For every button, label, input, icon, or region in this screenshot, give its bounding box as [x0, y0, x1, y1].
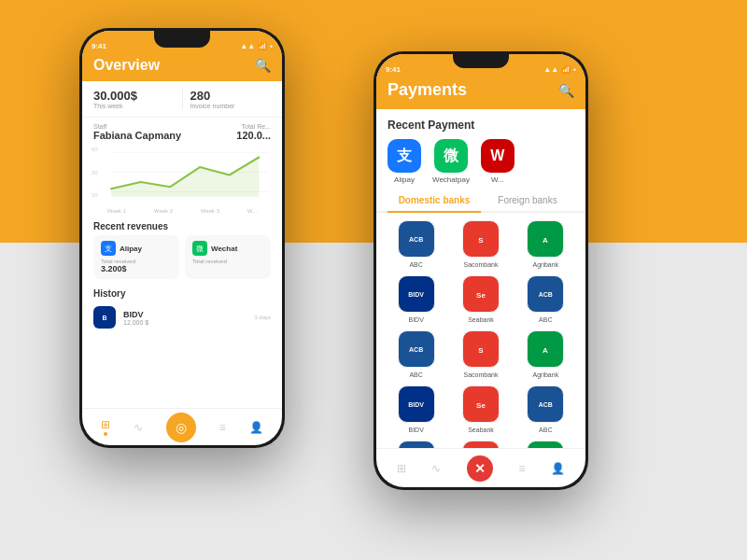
wifi-right: 📶: [561, 65, 571, 74]
agribank-name-2: Agribank: [533, 371, 559, 378]
bank-acb-5[interactable]: ACB ABC: [388, 441, 444, 448]
bank-sacombank-3[interactable]: S Sacombank: [452, 441, 509, 448]
revenue-card-wechat[interactable]: 微 Wechat Total received: [185, 235, 271, 279]
bank-acb-4[interactable]: ACB ABC: [517, 385, 574, 433]
svg-text:S: S: [478, 346, 484, 355]
alipay-value: 3.200$: [101, 264, 172, 273]
header-left: Overview 🔍: [82, 53, 282, 81]
search-icon-left[interactable]: 🔍: [255, 58, 271, 73]
history-item-bidv[interactable]: B BIDV 12.000 $ 3 days: [82, 302, 282, 332]
alipay-pm-icon: 支: [388, 139, 421, 173]
svg-text:A: A: [543, 236, 548, 245]
bank-sacombank-1[interactable]: S Sacombank: [452, 220, 509, 268]
week3-label: Week 3: [201, 208, 219, 214]
bank-acb-3[interactable]: ACB ABC: [388, 330, 444, 378]
payment-wechat[interactable]: 微 Wechatpay: [432, 139, 470, 184]
nav-scan-button[interactable]: ◎: [166, 413, 196, 442]
overview-title: Overview: [93, 57, 160, 74]
payments-title: Payments: [388, 80, 467, 100]
bank-acb-1[interactable]: ACB ABC: [388, 220, 444, 268]
payments-header: Payments 🔍: [376, 77, 585, 109]
tab-domestic[interactable]: Domestic banks: [388, 189, 481, 211]
menu-icon: ≡: [219, 421, 226, 434]
sacombank-name-1: Sacombank: [464, 261, 499, 268]
bank-seabank-2[interactable]: Se Seabank: [452, 385, 509, 433]
bidv-info: BIDV 12.000 $: [123, 310, 247, 326]
revenue-card-alipay[interactable]: 支 Alipay Total received 3.200$: [93, 235, 179, 279]
nav-menu-right[interactable]: ≡: [519, 462, 526, 475]
wechat-name: Wechat: [211, 245, 237, 253]
seabank-logo-1: Se: [462, 275, 500, 313]
payment-other[interactable]: W W...: [481, 139, 514, 184]
bidv-name: BIDV: [123, 310, 247, 319]
seabank-name-2: Seabank: [468, 427, 494, 433]
week2-label: Week 2: [154, 208, 173, 214]
nav-menu[interactable]: ≡: [219, 421, 226, 434]
battery-right: ▪: [573, 65, 576, 74]
menu-icon-right: ≡: [519, 462, 526, 475]
tab-foreign[interactable]: Foreign banks: [481, 189, 574, 211]
bidv-logo-2: BIDV: [398, 385, 435, 423]
nav-profile-right[interactable]: 👤: [551, 462, 565, 475]
wechat-label: Total received: [192, 259, 263, 264]
bank-sacombank-2[interactable]: S Sacombank: [452, 330, 509, 378]
staff-name: Fabiana Capmany: [93, 130, 181, 141]
agribank-logo-3: A: [527, 441, 564, 448]
bidv-name-1: BIDV: [408, 316, 423, 323]
bank-agribank-2[interactable]: A Agribank: [517, 330, 574, 378]
week1-label: Week 1: [107, 208, 126, 214]
nav-stats-right[interactable]: ∿: [431, 462, 441, 475]
phone-right: 9:41 ▲▲ 📶 ▪ Payments 🔍 Recent Payment 支 …: [374, 51, 588, 490]
svg-text:A: A: [543, 346, 548, 355]
sacombank-logo-2: S: [462, 330, 500, 368]
agribank-name-1: Agribank: [533, 261, 559, 268]
chart-area: 60 30 10 Week 1 Week 2 Wee: [82, 143, 282, 217]
bank-agribank-3[interactable]: A Agribank: [517, 441, 574, 448]
bidv-name-2: BIDV: [408, 427, 423, 433]
scan-icon: ◎: [176, 420, 187, 435]
acb-name-1: ABC: [409, 261, 422, 268]
staff-label: Staff: [93, 123, 181, 130]
nav-home[interactable]: ⊞: [101, 418, 110, 436]
alipay-name: Alipay: [120, 245, 142, 253]
battery-left: ▪: [270, 42, 273, 50]
bank-grid: ACB ABC S Sacombank A Agribank BIDV BIDV: [376, 220, 585, 448]
close-button[interactable]: ✕: [467, 455, 493, 482]
week4-label: W...: [247, 208, 257, 214]
acb-name-4: ABC: [539, 427, 552, 433]
bottom-nav-left: ⊞ ∿ ◎ ≡ 👤: [82, 408, 282, 445]
y-label-10: 10: [92, 192, 98, 198]
notch-right: [453, 54, 509, 68]
nav-stats[interactable]: ∿: [134, 421, 143, 434]
agribank-logo-1: A: [527, 220, 564, 258]
bank-seabank-1[interactable]: Se Seabank: [452, 275, 509, 323]
bank-acb-2[interactable]: ACB ABC: [517, 275, 574, 323]
y-label-60: 60: [92, 147, 98, 152]
acb-logo-3: ACB: [398, 330, 435, 368]
alipay-pm-name: Alipay: [394, 175, 415, 184]
signal-right: ▲▲: [543, 65, 558, 74]
nav-home-right[interactable]: ⊞: [397, 462, 406, 475]
alipay-icon: 支: [101, 241, 116, 256]
seabank-name-1: Seabank: [468, 316, 494, 323]
wechat-icon: 微: [192, 241, 207, 256]
other-pm-icon: W: [481, 139, 514, 173]
seabank-logo-2: Se: [462, 385, 500, 423]
close-icon: ✕: [474, 461, 486, 476]
chart-labels: Week 1 Week 2 Week 3 W...: [93, 208, 271, 214]
bank-bidv-1[interactable]: BIDV BIDV: [388, 275, 444, 323]
home-icon: ⊞: [101, 418, 110, 431]
bank-bidv-2[interactable]: BIDV BIDV: [388, 385, 444, 433]
stat-invoices: 280 Invoice number: [190, 89, 272, 109]
svg-text:Se: Se: [476, 401, 486, 410]
acb-logo-1: ACB: [398, 220, 435, 258]
bidv-amount: 12.000 $: [123, 319, 247, 326]
stat-invoices-label: Invoice number: [190, 103, 272, 109]
search-icon-right[interactable]: 🔍: [558, 83, 574, 98]
y-label-30: 30: [92, 170, 98, 175]
agribank-logo-2: A: [527, 330, 564, 368]
payment-alipay[interactable]: 支 Alipay: [388, 139, 421, 184]
bank-agribank-1[interactable]: A Agribank: [517, 220, 574, 268]
nav-profile[interactable]: 👤: [249, 421, 263, 434]
acb-name-2: ABC: [539, 316, 552, 323]
